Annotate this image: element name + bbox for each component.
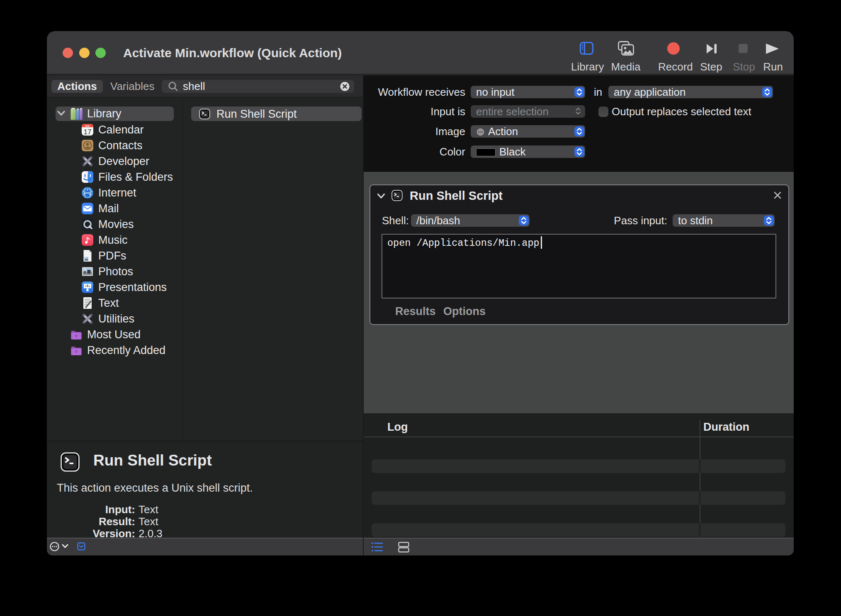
svg-text:JUL: JUL (85, 124, 90, 127)
svg-text:17: 17 (84, 128, 92, 136)
